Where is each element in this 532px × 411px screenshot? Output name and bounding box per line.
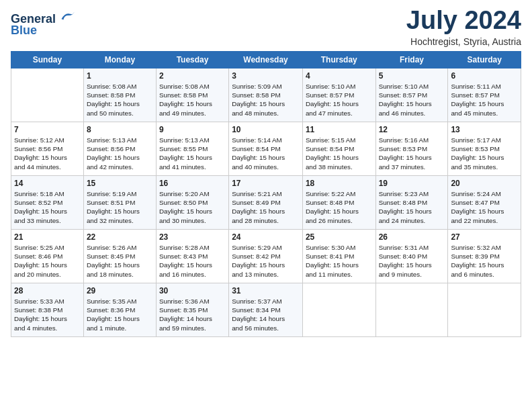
day-info: Sunrise: 5:32 AM Sunset: 8:39 PM Dayligh… [451,243,518,279]
day-number: 15 [87,178,153,189]
day-info: Sunrise: 5:08 AM Sunset: 8:58 PM Dayligh… [159,82,226,118]
day-number: 22 [87,232,153,242]
day-cell: 9Sunrise: 5:13 AM Sunset: 8:55 PM Daylig… [156,122,228,175]
day-info: Sunrise: 5:25 AM Sunset: 8:46 PM Dayligh… [14,243,81,279]
day-number: 27 [451,232,518,242]
day-info: Sunrise: 5:21 AM Sunset: 8:49 PM Dayligh… [232,189,300,225]
day-info: Sunrise: 5:36 AM Sunset: 8:35 PM Dayligh… [159,297,226,332]
day-number: 13 [451,124,518,135]
day-info: Sunrise: 5:33 AM Sunset: 8:38 PM Dayligh… [14,297,81,332]
day-number: 31 [232,285,300,296]
day-info: Sunrise: 5:10 AM Sunset: 8:57 PM Dayligh… [306,82,373,118]
day-cell: 13Sunrise: 5:17 AM Sunset: 8:53 PM Dayli… [448,122,521,175]
day-number: 9 [159,124,226,135]
day-cell: 12Sunrise: 5:16 AM Sunset: 8:53 PM Dayli… [375,122,448,175]
day-number: 5 [379,71,445,81]
col-header-thursday: Thursday [302,51,375,68]
day-info: Sunrise: 5:26 AM Sunset: 8:45 PM Dayligh… [87,243,153,279]
day-cell: 8Sunrise: 5:13 AM Sunset: 8:56 PM Daylig… [83,122,156,175]
day-cell: 27Sunrise: 5:32 AM Sunset: 8:39 PM Dayli… [448,229,521,283]
day-info: Sunrise: 5:24 AM Sunset: 8:47 PM Dayligh… [451,189,518,225]
week-row-2: 7Sunrise: 5:12 AM Sunset: 8:56 PM Daylig… [11,122,521,175]
day-cell: 31Sunrise: 5:37 AM Sunset: 8:34 PM Dayli… [229,283,303,336]
day-info: Sunrise: 5:11 AM Sunset: 8:57 PM Dayligh… [451,82,518,118]
day-info: Sunrise: 5:28 AM Sunset: 8:43 PM Dayligh… [159,243,226,279]
day-cell: 5Sunrise: 5:10 AM Sunset: 8:57 PM Daylig… [375,68,448,122]
day-cell: 26Sunrise: 5:31 AM Sunset: 8:40 PM Dayli… [375,229,448,283]
day-info: Sunrise: 5:10 AM Sunset: 8:57 PM Dayligh… [379,82,445,118]
day-cell: 11Sunrise: 5:15 AM Sunset: 8:54 PM Dayli… [302,122,375,175]
col-header-tuesday: Tuesday [156,51,228,68]
col-header-sunday: Sunday [11,51,84,68]
location-subtitle: Hochtregist, Styria, Austria [406,36,521,47]
day-number: 26 [379,232,445,242]
week-row-5: 28Sunrise: 5:33 AM Sunset: 8:38 PM Dayli… [11,283,521,336]
col-header-monday: Monday [83,51,156,68]
day-number: 2 [159,71,226,81]
day-number: 20 [451,178,518,189]
day-cell: 28Sunrise: 5:33 AM Sunset: 8:38 PM Dayli… [11,283,84,336]
day-cell: 10Sunrise: 5:14 AM Sunset: 8:54 PM Dayli… [229,122,303,175]
day-cell [302,283,375,336]
day-info: Sunrise: 5:13 AM Sunset: 8:55 PM Dayligh… [159,136,226,171]
day-cell: 14Sunrise: 5:18 AM Sunset: 8:52 PM Dayli… [11,175,84,229]
col-header-friday: Friday [375,51,448,68]
day-cell: 24Sunrise: 5:29 AM Sunset: 8:42 PM Dayli… [229,229,303,283]
title-block: July 2024 Hochtregist, Styria, Austria [406,7,521,47]
day-info: Sunrise: 5:20 AM Sunset: 8:50 PM Dayligh… [159,189,226,225]
month-title: July 2024 [406,7,521,35]
day-number: 25 [306,232,373,242]
day-number: 3 [232,71,300,81]
day-cell: 6Sunrise: 5:11 AM Sunset: 8:57 PM Daylig… [448,68,521,122]
week-row-3: 14Sunrise: 5:18 AM Sunset: 8:52 PM Dayli… [11,175,521,229]
day-number: 12 [379,124,445,135]
week-row-4: 21Sunrise: 5:25 AM Sunset: 8:46 PM Dayli… [11,229,521,283]
day-cell [448,283,521,336]
day-cell: 19Sunrise: 5:23 AM Sunset: 8:48 PM Dayli… [375,175,448,229]
day-info: Sunrise: 5:22 AM Sunset: 8:48 PM Dayligh… [306,189,373,225]
day-cell [11,68,84,122]
day-info: Sunrise: 5:09 AM Sunset: 8:58 PM Dayligh… [232,82,300,118]
day-cell: 20Sunrise: 5:24 AM Sunset: 8:47 PM Dayli… [448,175,521,229]
day-number: 24 [232,232,300,242]
day-number: 11 [306,124,373,135]
col-header-saturday: Saturday [448,51,521,68]
day-info: Sunrise: 5:17 AM Sunset: 8:53 PM Dayligh… [451,136,518,171]
day-cell: 2Sunrise: 5:08 AM Sunset: 8:58 PM Daylig… [156,68,228,122]
day-cell: 30Sunrise: 5:36 AM Sunset: 8:35 PM Dayli… [156,283,228,336]
day-info: Sunrise: 5:18 AM Sunset: 8:52 PM Dayligh… [14,189,81,225]
day-info: Sunrise: 5:15 AM Sunset: 8:54 PM Dayligh… [306,136,373,171]
day-cell: 15Sunrise: 5:19 AM Sunset: 8:51 PM Dayli… [83,175,156,229]
day-cell: 17Sunrise: 5:21 AM Sunset: 8:49 PM Dayli… [229,175,303,229]
day-number: 30 [159,285,226,296]
day-cell: 21Sunrise: 5:25 AM Sunset: 8:46 PM Dayli… [11,229,84,283]
day-number: 18 [306,178,373,189]
day-cell [375,283,448,336]
header-row: SundayMondayTuesdayWednesdayThursdayFrid… [11,51,521,68]
day-cell: 23Sunrise: 5:28 AM Sunset: 8:43 PM Dayli… [156,229,228,283]
day-info: Sunrise: 5:29 AM Sunset: 8:42 PM Dayligh… [232,243,300,279]
day-info: Sunrise: 5:19 AM Sunset: 8:51 PM Dayligh… [87,189,153,225]
day-number: 23 [159,232,226,242]
day-cell: 1Sunrise: 5:08 AM Sunset: 8:58 PM Daylig… [83,68,156,122]
day-info: Sunrise: 5:16 AM Sunset: 8:53 PM Dayligh… [379,136,445,171]
day-cell: 29Sunrise: 5:35 AM Sunset: 8:36 PM Dayli… [83,283,156,336]
calendar-table: SundayMondayTuesdayWednesdayThursdayFrid… [11,51,521,337]
day-cell: 4Sunrise: 5:10 AM Sunset: 8:57 PM Daylig… [302,68,375,122]
day-number: 1 [87,71,153,81]
logo: General Blue [11,9,75,38]
header: General Blue July 2024 Hochtregist, Styr… [11,7,521,47]
day-cell: 25Sunrise: 5:30 AM Sunset: 8:41 PM Dayli… [302,229,375,283]
day-number: 17 [232,178,300,189]
day-info: Sunrise: 5:13 AM Sunset: 8:56 PM Dayligh… [87,136,153,171]
day-number: 8 [87,124,153,135]
day-info: Sunrise: 5:23 AM Sunset: 8:48 PM Dayligh… [379,189,445,225]
day-info: Sunrise: 5:37 AM Sunset: 8:34 PM Dayligh… [232,297,300,332]
day-cell: 22Sunrise: 5:26 AM Sunset: 8:45 PM Dayli… [83,229,156,283]
day-cell: 3Sunrise: 5:09 AM Sunset: 8:58 PM Daylig… [229,68,303,122]
day-number: 7 [14,124,81,135]
day-number: 16 [159,178,226,189]
day-info: Sunrise: 5:14 AM Sunset: 8:54 PM Dayligh… [232,136,300,171]
week-row-1: 1Sunrise: 5:08 AM Sunset: 8:58 PM Daylig… [11,68,521,122]
day-number: 29 [87,285,153,296]
